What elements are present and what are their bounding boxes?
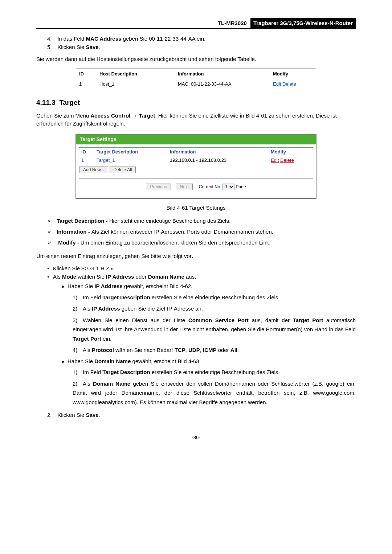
ts-title: Target Settings <box>76 135 316 144</box>
ip-step-1: 1)Im Feld Target Description erstellen S… <box>73 293 356 302</box>
next-button[interactable]: Next <box>176 184 193 190</box>
add-new-button[interactable]: Add New... <box>79 167 108 173</box>
host-row-desc: Host_1 <box>97 79 175 89</box>
final-step-2: 2. Klicken Sie Save. <box>47 412 356 418</box>
new-entry-intro: Um einen neuen Eintrag anzulegen, gehen … <box>36 252 356 260</box>
host-settings-figure: ID Host Description Information Modify 1… <box>76 69 316 89</box>
delete-all-button[interactable]: Delete All <box>110 167 136 173</box>
host-row: 1 Host_1 MAC: 00-11-22-33-44-AA Edit Del… <box>76 79 316 89</box>
step-4: 4. In das Feld MAC Address geben Sie 00-… <box>47 36 356 42</box>
host-th-id: ID <box>76 69 97 79</box>
ts-th-modify: Modify <box>269 147 313 156</box>
domain-step-1: 1)Im Feld Target Description erstellen S… <box>73 368 356 377</box>
ts-th-desc: Target Description <box>94 147 168 156</box>
host-th-desc: Host Description <box>97 69 175 79</box>
ts-row-desc: Target_1 <box>94 156 168 164</box>
figure-caption: Bild 4-61 Target Settings <box>36 205 356 211</box>
mode-ip-address: ●Haben Sie IP Address gewählt, erscheint… <box>58 282 356 291</box>
page-select[interactable]: 1 <box>222 184 234 190</box>
target-settings-figure: Target Settings ID Target Description In… <box>75 134 317 199</box>
bullet-information: ➢Information - Als Ziel können entweder … <box>47 227 356 236</box>
previous-button[interactable]: Previous <box>146 184 171 190</box>
ts-edit-link[interactable]: Edit <box>271 157 279 163</box>
page-label-current: Current No. <box>199 184 221 189</box>
step-4-text: In das Feld MAC Address geben Sie 00-11-… <box>57 36 205 42</box>
ip-step-3: 3)Wählen Sie einen Dienst aus der Liste … <box>73 316 356 344</box>
page-number: -86- <box>36 435 356 440</box>
target-intro: Gehen Sie zum Menü Access Control → Targ… <box>36 112 356 128</box>
ts-delete-link[interactable]: Delete <box>280 157 294 163</box>
ts-th-info: Information <box>168 147 269 156</box>
page-header: TL-MR3020 Tragbarer 3G/3,75G-Wireless-N-… <box>36 18 356 29</box>
header-title: Tragbarer 3G/3,75G-Wireless-N-Router <box>250 18 356 28</box>
host-edit-link[interactable]: Edit <box>273 81 281 87</box>
ts-row-info: 192.168.0.1 - 192.168.0.23 <box>168 156 269 164</box>
step-5-text: Klicken Sie Save. <box>57 44 100 50</box>
host-row-id: 1 <box>76 79 97 89</box>
ip-step-2: 2)Als IP Address geben Sie die Ziel-IP-A… <box>73 304 356 313</box>
page-label-page: Page <box>236 184 246 189</box>
host-th-info: Information <box>175 69 270 79</box>
step-click-add: •Klicken Sie $G G 1 H.Z « <box>44 265 356 271</box>
ts-paginator: Previous Next Current No. 1 Page <box>79 178 313 194</box>
ts-row: 1 Target_1 192.168.0.1 - 192.168.0.23 Ed… <box>79 156 313 164</box>
domain-step-2: 2)Als Domain Name geben Sie entweder den… <box>73 379 356 407</box>
ip-step-4: 4)Als Protocol wählen Sie nach Bedarf TC… <box>73 345 356 355</box>
bullet-target-description: ➢Target Description - Hier steht eine ei… <box>47 217 356 225</box>
intro-paragraph: Sie werden dann auf die Hosteinstellungs… <box>36 55 356 63</box>
header-model: TL-MR3020 <box>214 18 250 28</box>
ts-th-id: ID <box>79 147 94 156</box>
host-delete-link[interactable]: Delete <box>282 81 296 87</box>
step-5: 5. Klicken Sie Save. <box>47 44 356 50</box>
section-heading: 4.11.3 Target <box>36 99 356 107</box>
mode-domain-name: ●Haben Sie Domain Name gewählt, erschein… <box>58 357 356 366</box>
host-th-modify: Modify <box>270 69 316 79</box>
ts-row-id: 1 <box>79 156 94 164</box>
bullet-modify: ➢ Modify - Um einen Eintrag zu bearbeite… <box>47 238 356 247</box>
host-row-info: MAC: 00-11-22-33-44-AA <box>175 79 270 89</box>
step-select-mode: •Als Mode wählen Sie IP Address oder Dom… <box>44 274 356 280</box>
